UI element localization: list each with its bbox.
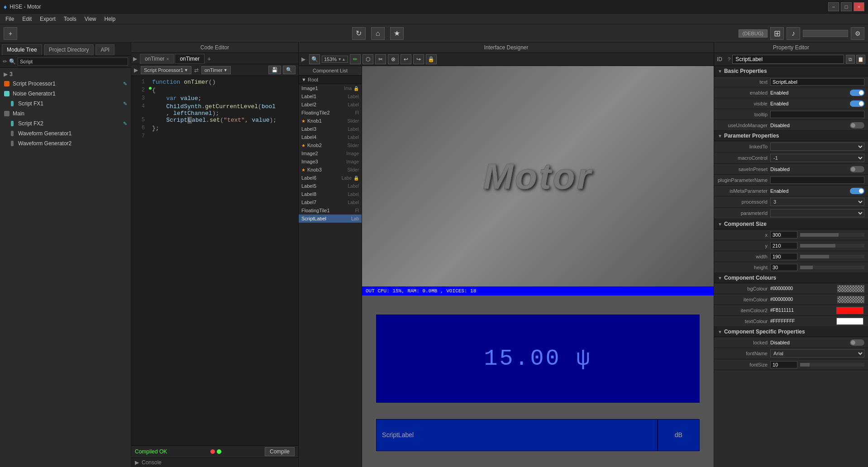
undo-icon-button[interactable]: ↩ bbox=[401, 54, 411, 64]
code-nav-arrow[interactable]: ▶ bbox=[133, 56, 137, 62]
music-icon[interactable]: ♪ bbox=[787, 27, 800, 40]
zoom-out-button[interactable]: 🔍 bbox=[309, 54, 320, 64]
canvas-area[interactable]: Motor OUT CPU: 15%, RAM: 0.0MB , VOICES:… bbox=[362, 66, 714, 467]
comp-item-label8[interactable]: Label8 Label bbox=[299, 190, 362, 198]
comp-item-label3[interactable]: Label3 Label bbox=[299, 125, 362, 133]
enabled-toggle[interactable] bbox=[850, 90, 864, 96]
refresh-icon[interactable]: ↻ bbox=[352, 27, 366, 40]
comp-item-image1[interactable]: Image1 Ima 🔒 bbox=[299, 84, 362, 92]
close-button[interactable]: × bbox=[854, 2, 864, 11]
star-icon[interactable]: ★ bbox=[390, 27, 404, 40]
section-component-specific[interactable]: ▼ Component Specific Properties bbox=[714, 327, 868, 337]
color-swatch[interactable] bbox=[837, 285, 864, 292]
edit-icon[interactable]: ✎ bbox=[123, 121, 127, 127]
color-swatch[interactable] bbox=[836, 307, 863, 314]
script-label-bar[interactable]: ScriptLabel bbox=[376, 419, 658, 451]
tab-close-icon[interactable]: × bbox=[167, 57, 169, 62]
comp-item-scriptlabel[interactable]: ScriptLabel Lab bbox=[299, 214, 362, 223]
settings-button[interactable]: ⚙ bbox=[851, 27, 864, 40]
save-btn[interactable]: 💾 bbox=[268, 66, 281, 74]
lock-icon-button[interactable]: 🔒 bbox=[426, 54, 437, 64]
code-tab-ontimer-1[interactable]: onTimer × bbox=[140, 54, 174, 64]
delete-icon-button[interactable]: ⊗ bbox=[388, 54, 399, 64]
comp-item-knob2[interactable]: ★ Knob2 Slider bbox=[299, 141, 362, 149]
module-item-noise-generator1[interactable]: Noise Generator1 bbox=[0, 89, 131, 99]
pencil-tool-button[interactable]: ✏ bbox=[350, 54, 361, 64]
paste-icon-button[interactable]: 📋 bbox=[856, 55, 865, 64]
section-component-colours[interactable]: ▼ Component Colours bbox=[714, 273, 868, 283]
section-parameter-properties[interactable]: ▼ Parameter Properties bbox=[714, 131, 868, 141]
macro-control-select[interactable]: -1 bbox=[770, 154, 864, 162]
module-item-main[interactable]: Main bbox=[0, 109, 131, 119]
undo-manager-toggle[interactable] bbox=[850, 122, 864, 129]
comp-item-floatingtile1[interactable]: FloatingTile1 Fl bbox=[299, 206, 362, 214]
comp-item-label5[interactable]: Label5 Label bbox=[299, 182, 362, 190]
code-area[interactable]: 1 function onTimer() 2 { 3 var value; 4 … bbox=[131, 76, 298, 445]
add-button[interactable]: + bbox=[4, 27, 17, 40]
visible-toggle[interactable] bbox=[850, 100, 864, 107]
toolbar-slider[interactable] bbox=[803, 30, 848, 37]
processor-select-btn[interactable]: Script Processor1 ▼ bbox=[141, 66, 191, 74]
linked-to-select[interactable] bbox=[770, 143, 864, 151]
height-slider[interactable] bbox=[800, 266, 864, 269]
color-swatch[interactable] bbox=[836, 318, 863, 325]
search-input[interactable] bbox=[18, 57, 128, 66]
meta-param-toggle[interactable] bbox=[850, 188, 864, 194]
section-basic-properties[interactable]: ▼ Basic Properties bbox=[714, 66, 868, 76]
comp-item-label2[interactable]: Label2 Label bbox=[299, 100, 362, 109]
height-input[interactable] bbox=[770, 264, 797, 271]
parameter-id-select[interactable] bbox=[770, 209, 864, 217]
font-size-slider[interactable] bbox=[800, 363, 864, 367]
compile-button[interactable]: Compile bbox=[265, 447, 295, 456]
copy-icon-button[interactable]: ⧉ bbox=[846, 55, 855, 64]
width-slider[interactable] bbox=[800, 255, 864, 258]
comp-item-knob3[interactable]: ★ Knob3 Slider bbox=[299, 166, 362, 174]
add-tab-button[interactable]: + bbox=[207, 55, 211, 62]
menu-export[interactable]: Export bbox=[36, 15, 59, 23]
tab-module-tree[interactable]: Module Tree bbox=[2, 44, 42, 55]
menu-view[interactable]: View bbox=[81, 15, 100, 23]
font-size-input[interactable] bbox=[770, 361, 797, 368]
callback-select-btn[interactable]: onTimer ▼ bbox=[201, 66, 231, 74]
module-item-waveform-gen2[interactable]: Waveform Generator2 bbox=[0, 138, 131, 148]
save-in-preset-toggle[interactable] bbox=[850, 166, 864, 172]
zoom-control[interactable]: 153% ▼▲ bbox=[322, 56, 348, 63]
comp-item-label1[interactable]: Label1 Label bbox=[299, 92, 362, 100]
menu-help[interactable]: Help bbox=[101, 15, 119, 23]
comp-item-label4[interactable]: Label4 Label bbox=[299, 133, 362, 141]
processor-id-select[interactable]: 3 bbox=[770, 198, 864, 206]
x-slider[interactable] bbox=[800, 233, 864, 237]
comp-item-image3[interactable]: Image3 Image bbox=[299, 157, 362, 166]
comp-item-knob1[interactable]: ★ Knob1 Slider bbox=[299, 117, 362, 125]
locked-toggle[interactable] bbox=[850, 339, 864, 346]
redo-icon-button[interactable]: ↪ bbox=[413, 54, 424, 64]
root-item[interactable]: ▼ Root bbox=[299, 76, 362, 84]
minimize-button[interactable]: − bbox=[828, 2, 839, 11]
menu-file[interactable]: File bbox=[2, 15, 18, 23]
menu-tools[interactable]: Tools bbox=[60, 15, 80, 23]
y-slider[interactable] bbox=[800, 244, 864, 248]
module-item-waveform-gen1[interactable]: Waveform Generator1 bbox=[0, 129, 131, 138]
edit-icon[interactable]: ✎ bbox=[123, 81, 127, 87]
module-item-script-fx2[interactable]: Script FX2 ✎ bbox=[0, 119, 131, 129]
search-btn[interactable]: 🔍 bbox=[283, 66, 296, 74]
module-item-script-fx1[interactable]: Script FX1 ✎ bbox=[0, 99, 131, 109]
id-input[interactable] bbox=[732, 55, 844, 64]
prop-text-input[interactable] bbox=[770, 78, 864, 86]
color-swatch[interactable] bbox=[837, 296, 864, 303]
share-icon-button[interactable]: ⬡ bbox=[362, 54, 373, 64]
cut-icon-button[interactable]: ✂ bbox=[375, 54, 386, 64]
comp-item-label6[interactable]: Label6 Labe 🔒 bbox=[299, 174, 362, 182]
code-nav-arrow2[interactable]: ▶ bbox=[134, 67, 138, 73]
grid-icon[interactable]: ⊞ bbox=[770, 27, 784, 40]
titlebar-controls[interactable]: − □ × bbox=[828, 2, 864, 11]
module-item-script-processor1[interactable]: Script Processor1 ✎ bbox=[0, 79, 131, 89]
edit-icon[interactable]: ✎ bbox=[123, 101, 127, 107]
comp-item-label7[interactable]: Label7 Label bbox=[299, 198, 362, 206]
width-input[interactable] bbox=[770, 253, 797, 260]
tooltip-input[interactable] bbox=[770, 111, 864, 118]
comp-item-floatingtile2[interactable]: FloatingTile2 Fl bbox=[299, 109, 362, 117]
home-icon[interactable]: ⌂ bbox=[371, 27, 385, 40]
comp-item-image2[interactable]: Image2 Image bbox=[299, 149, 362, 157]
section-component-size[interactable]: ▼ Component Size bbox=[714, 219, 868, 229]
